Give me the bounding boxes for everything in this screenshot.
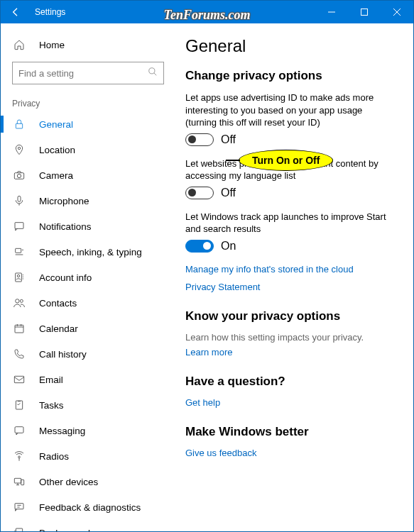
svg-point-5 [17, 174, 21, 177]
nav-label: Background apps [39, 528, 114, 532]
nav-label: Tasks [39, 400, 64, 411]
svg-point-17 [18, 456, 21, 458]
sidebar-item-location[interactable]: Location [1, 137, 175, 162]
search-input[interactable] [18, 68, 148, 79]
section-title: Change privacy options [185, 69, 396, 83]
nav-label: Radios [39, 451, 69, 462]
tasks-icon [12, 398, 26, 412]
minimize-button[interactable] [315, 1, 348, 23]
sidebar-item-calendar[interactable]: Calendar [1, 316, 175, 341]
svg-rect-18 [14, 478, 21, 483]
sidebar-item-microphone[interactable]: Microphone [1, 188, 175, 214]
speech-icon [12, 245, 26, 259]
sidebar-item-messaging[interactable]: Messaging [1, 418, 175, 443]
sidebar-item-email[interactable]: Email [1, 367, 175, 392]
calendar-icon [12, 321, 26, 336]
sidebar-item-feedback[interactable]: Feedback & diagnostics [1, 494, 175, 520]
nav-label: Messaging [39, 426, 85, 436]
microphone-icon [12, 194, 26, 208]
close-button[interactable] [381, 1, 413, 23]
svg-point-12 [20, 299, 23, 302]
link-manage-info[interactable]: Manage my info that's stored in the clou… [185, 264, 396, 275]
sidebar: Home Privacy General Location Camera Mic… [1, 23, 175, 531]
sidebar-item-otherdevices[interactable]: Other devices [1, 469, 175, 494]
opt1-desc: Let apps use advertising ID to make ads … [185, 92, 396, 129]
search-box[interactable] [12, 62, 164, 84]
sidebar-item-camera[interactable]: Camera [1, 162, 175, 188]
section-title: Know your privacy options [185, 309, 396, 323]
sidebar-item-tasks[interactable]: Tasks [1, 392, 175, 418]
nav-label: Contacts [39, 298, 77, 309]
svg-rect-7 [15, 223, 23, 229]
toggle-track-launches[interactable] [185, 240, 214, 253]
background-icon [12, 526, 26, 531]
titlebar: Settings [1, 1, 413, 23]
window-title: Settings [35, 7, 315, 17]
svg-rect-14 [14, 376, 23, 382]
toggle-advertising-id[interactable] [185, 133, 214, 146]
sidebar-item-radios[interactable]: Radios [1, 443, 175, 469]
nav-label: Microphone [39, 196, 89, 206]
home-label: Home [39, 40, 65, 50]
nav-label: Speech, inking, & typing [39, 247, 142, 257]
svg-point-3 [18, 147, 20, 149]
svg-rect-0 [361, 9, 368, 16]
svg-point-10 [17, 275, 19, 277]
search-icon [148, 67, 158, 79]
toggle-state: On [221, 240, 236, 253]
messaging-icon [12, 423, 26, 438]
sidebar-item-account[interactable]: Account info [1, 265, 175, 290]
svg-rect-16 [15, 427, 23, 433]
email-icon [12, 372, 26, 387]
nav-label: Call history [39, 349, 87, 360]
link-privacy-statement[interactable]: Privacy Statement [185, 282, 396, 292]
toggle-state: Off [221, 187, 236, 199]
toggle-state: Off [221, 133, 236, 146]
nav-label: Other devices [39, 477, 98, 487]
svg-rect-19 [21, 480, 24, 484]
svg-rect-15 [16, 401, 22, 409]
section-sub: Learn how this setting impacts your priv… [185, 332, 396, 343]
back-button[interactable] [1, 1, 31, 23]
opt3-desc: Let Windows track app launches to improv… [185, 211, 396, 235]
lock-icon [12, 117, 26, 131]
nav-label: Email [39, 375, 63, 385]
page-heading: General [185, 36, 396, 56]
opt2-desc: Let websites provide locally relevant co… [185, 157, 396, 182]
nav-label: Location [39, 145, 75, 155]
sidebar-item-backgroundapps[interactable]: Background apps [1, 520, 175, 531]
sidebar-item-general[interactable]: General [1, 111, 175, 137]
svg-rect-21 [16, 528, 22, 531]
sidebar-item-notifications[interactable]: Notifications [1, 214, 175, 239]
sidebar-item-callhistory[interactable]: Call history [1, 341, 175, 367]
toggle-language-list[interactable] [185, 187, 214, 199]
svg-rect-2 [16, 123, 22, 128]
svg-rect-6 [18, 196, 21, 201]
account-icon [12, 270, 26, 284]
nav-label: Camera [39, 170, 73, 181]
nav-label: Notifications [39, 221, 92, 232]
nav-label: Account info [39, 272, 92, 283]
link-feedback[interactable]: Give us feedback [185, 448, 396, 458]
contacts-icon [12, 296, 26, 310]
maximize-button[interactable] [348, 1, 381, 23]
svg-point-11 [16, 299, 19, 303]
camera-icon [12, 168, 26, 182]
home-button[interactable]: Home [1, 32, 175, 57]
devices-icon [12, 475, 26, 489]
section-title: Make Windows better [185, 425, 396, 439]
svg-rect-20 [15, 504, 23, 509]
sidebar-item-speech[interactable]: Speech, inking, & typing [1, 239, 175, 265]
svg-rect-8 [16, 248, 21, 253]
link-learn-more[interactable]: Learn more [185, 347, 396, 358]
section-title: Have a question? [185, 375, 396, 389]
sidebar-item-contacts[interactable]: Contacts [1, 290, 175, 316]
home-icon [12, 38, 26, 52]
svg-point-1 [149, 68, 155, 74]
notifications-icon [12, 219, 26, 233]
nav-label: Feedback & diagnostics [39, 502, 141, 513]
nav-label: Calendar [39, 323, 78, 334]
radios-icon [12, 449, 26, 463]
link-get-help[interactable]: Get help [185, 397, 396, 408]
nav-label: General [39, 119, 73, 130]
